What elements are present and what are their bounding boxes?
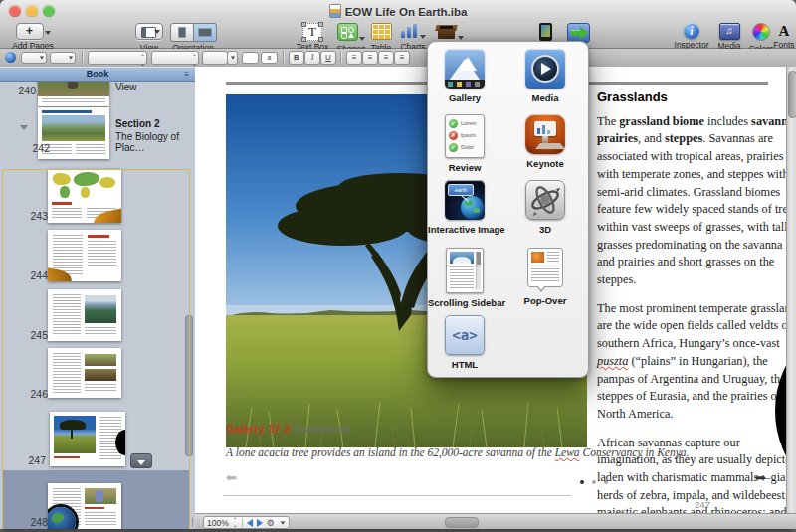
background-color-well[interactable]: a (261, 52, 278, 64)
plus-icon: + (16, 23, 44, 40)
inspector-button[interactable]: i Inspector (669, 23, 714, 50)
widget-html[interactable]: <a> HTML (428, 315, 501, 370)
window-title: EOW Life On Earth.iba (0, 4, 796, 18)
toolbar: + Add Pages View Orientation T Text Box (0, 22, 796, 49)
chevron-down-icon (137, 460, 145, 465)
bar-chart-icon (400, 23, 419, 39)
ipad-preview-button[interactable] (531, 23, 559, 43)
widget-pop-over[interactable]: Pop-Over (508, 248, 582, 306)
fonts-icon: A (779, 23, 790, 39)
orientation-portrait-segment[interactable] (170, 23, 194, 42)
page-thumbnail-244[interactable] (48, 230, 121, 281)
align-right-button[interactable]: ≡ (378, 51, 394, 65)
text-color-well[interactable] (242, 52, 259, 64)
font-family-select[interactable]: ⌃⌄ (88, 51, 147, 65)
text-box-icon: T (302, 23, 322, 41)
fonts-button[interactable]: A Fonts (772, 23, 796, 50)
scrolling-sidebar-widget-icon (446, 248, 484, 293)
page-thumbnail-243[interactable] (48, 169, 121, 223)
gear-icon[interactable]: ⚙ (267, 518, 275, 528)
orientation-landscape-segment[interactable] (194, 23, 217, 42)
text-box-button[interactable]: T Text Box (292, 23, 333, 52)
html-widget-icon: <a> (445, 315, 485, 355)
media-widget-icon (525, 49, 565, 89)
vertical-scrollbar-thumb[interactable] (788, 71, 796, 118)
page-options-dropdown-button[interactable] (130, 453, 152, 468)
misspelled-word: Lewa (555, 446, 580, 458)
widgets-button[interactable] (430, 23, 470, 42)
align-center-button[interactable]: ≡ (362, 51, 378, 65)
app-window: EOW Life On Earth.iba + Add Pages View O… (0, 0, 796, 529)
page-number: 245 (18, 329, 48, 341)
chevron-down-icon (280, 521, 285, 524)
divider (283, 51, 284, 63)
shapes-icon (337, 23, 358, 41)
underline-button[interactable]: U (320, 51, 336, 65)
widget-keynote[interactable]: Keynote (508, 114, 582, 169)
main-area: Book≡ An Ecological View 240 Section 2 T (0, 67, 796, 529)
gallery-widget-icon (445, 49, 485, 89)
widgets-popover: Gallery Media ✓ Lorem ✗ Ipsum ✓ Dolor Re… (427, 41, 589, 378)
page-thumbnail-248[interactable] (48, 483, 121, 529)
title-bar[interactable]: EOW Life On Earth.iba (0, 0, 796, 23)
gallery-caption-label: Gallery 37.2 (226, 423, 291, 435)
vertical-scrollbar[interactable] (786, 67, 796, 513)
ipad-icon (539, 23, 552, 41)
page-number: 243 (18, 210, 48, 222)
list-options-icon[interactable]: ≡ (184, 68, 189, 81)
article-paragraph-2: The most prominent temperate grasslands … (597, 300, 786, 424)
splitter-grip[interactable] (189, 518, 190, 527)
document-icon (329, 4, 341, 18)
page-thumbnail-247[interactable] (50, 412, 125, 466)
pop-over-widget-icon (527, 248, 563, 291)
font-size-stepper[interactable] (227, 51, 238, 65)
widgets-box-icon (436, 23, 457, 40)
page-number: 240 (6, 85, 36, 96)
divider (242, 518, 243, 527)
typeface-select[interactable]: ⌃⌄ (151, 51, 199, 65)
zoom-controls: 100% ⌃⌄ ⚙ (203, 516, 290, 529)
inspector-icon: i (684, 23, 699, 39)
color-wheel-icon (752, 23, 770, 41)
zoom-level[interactable]: 100% (207, 518, 229, 528)
article-heading: Grasslands (597, 89, 786, 107)
page-thumbnail-246[interactable] (48, 348, 121, 398)
bold-button[interactable]: B (289, 51, 304, 65)
sidebar-scrollbar-thumb[interactable] (185, 315, 193, 456)
style-dropdown-2[interactable] (50, 52, 76, 64)
article-column[interactable]: Grasslands The grassland biome includes … (597, 89, 786, 513)
style-dropdown-1[interactable] (21, 52, 47, 64)
widget-gallery[interactable]: Gallery (428, 49, 501, 103)
footer-rule (223, 495, 571, 496)
chevron-down-icon (458, 36, 464, 40)
navigation-back-icon[interactable] (5, 52, 16, 63)
page-thumbnail-245[interactable] (48, 289, 121, 341)
widget-3d[interactable]: 3D (508, 180, 582, 235)
widget-review[interactable]: ✓ Lorem ✗ Ipsum ✓ Dolor Review (428, 114, 501, 173)
section-label-bold: Section 2 (115, 118, 159, 129)
add-pages-button[interactable]: + Add Pages (4, 23, 62, 51)
article-paragraph-1: The grassland biome includes savannas, p… (597, 113, 786, 289)
align-left-button[interactable]: ≡ (346, 51, 362, 65)
media-icon: ♫ (719, 23, 740, 40)
table-icon (371, 23, 392, 40)
earth-label: earth (448, 184, 474, 196)
italic-button[interactable]: I (304, 51, 320, 65)
section-label: The Biology of Plac… (115, 131, 195, 153)
align-justify-button[interactable]: ≡ (394, 51, 410, 65)
previous-page-button[interactable] (247, 519, 253, 527)
widget-media[interactable]: Media (508, 49, 582, 103)
zoom-stepper-icon[interactable]: ⌃⌄ (233, 518, 238, 528)
page-number: 247 (16, 454, 46, 466)
disclosure-triangle[interactable] (20, 125, 28, 130)
chevron-down-icon (45, 31, 51, 35)
font-size-select[interactable] (202, 51, 228, 65)
next-page-button[interactable] (257, 519, 263, 527)
widget-interactive-image[interactable]: earth Interactive Image (428, 180, 501, 235)
page-number: 248 (18, 516, 48, 528)
pages-sidebar: Book≡ An Ecological View 240 Section 2 T (0, 67, 196, 529)
gallery-prev-arrow-icon[interactable]: ⬅ (226, 470, 237, 485)
horizontal-scrollbar-thumb[interactable] (445, 517, 479, 528)
widget-scrolling-sidebar[interactable]: Scrolling Sidebar (428, 248, 501, 308)
book-header[interactable]: Book≡ (0, 67, 195, 82)
